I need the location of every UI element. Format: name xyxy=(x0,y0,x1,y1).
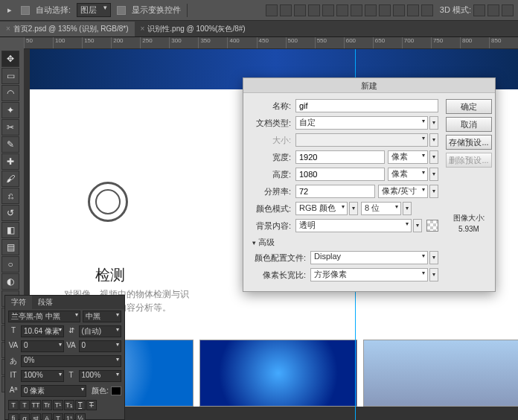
size-caret[interactable]: ▾ xyxy=(429,133,438,147)
caret[interactable]: ▾ xyxy=(429,268,438,281)
vscale-input[interactable]: 100% xyxy=(79,370,122,382)
auto-select-dropdown[interactable]: 图层 xyxy=(77,3,111,17)
align-icon[interactable] xyxy=(351,4,362,16)
caret[interactable]: ▾ xyxy=(403,202,412,215)
opentype-button[interactable]: A xyxy=(42,413,52,420)
advanced-label[interactable]: 高级 xyxy=(252,237,438,248)
crop-tool[interactable]: ✂ xyxy=(1,119,19,136)
ruler-mark: 700 xyxy=(402,37,431,48)
unit-caret[interactable]: ▾ xyxy=(429,150,438,164)
ruler-horizontal[interactable]: 5010015020025030035040045050055060065070… xyxy=(24,37,518,49)
caret[interactable]: ▾ xyxy=(413,219,422,232)
document-tab[interactable]: × 首页2.psd @ 135% (识别, RGB/8*) xyxy=(0,22,135,36)
ok-button[interactable]: 确定 xyxy=(446,99,492,114)
align-icon[interactable] xyxy=(365,4,377,16)
kerning-input[interactable]: 0 xyxy=(21,340,64,352)
align-icon[interactable] xyxy=(308,4,320,16)
gradient-tool[interactable]: ▤ xyxy=(1,239,19,255)
opentype-button[interactable]: T xyxy=(53,413,63,420)
close-icon[interactable]: × xyxy=(6,25,10,33)
width-unit-select[interactable]: 像素 xyxy=(388,150,428,164)
super-button[interactable]: T¹ xyxy=(53,400,63,410)
align-icon[interactable] xyxy=(336,4,348,16)
stamp-tool[interactable]: ⎌ xyxy=(1,188,19,204)
sub-button[interactable]: T₁ xyxy=(64,400,74,410)
doctype-select[interactable]: 自定 xyxy=(295,116,428,130)
colormode-select[interactable]: RGB 颜色 xyxy=(295,202,348,215)
brush-tool[interactable]: 🖌 xyxy=(1,171,19,187)
ruler-mark: 550 xyxy=(315,37,344,48)
align-icons: 3D 模式: xyxy=(266,4,514,16)
mode-3d-icon[interactable] xyxy=(487,4,499,16)
mode-3d-icon[interactable] xyxy=(473,4,485,16)
move-tool[interactable]: ✥ xyxy=(1,51,19,67)
baseline-input[interactable]: 0 像素 xyxy=(21,385,86,397)
height-input[interactable] xyxy=(295,168,385,181)
unit-caret[interactable]: ▾ xyxy=(429,185,438,198)
doctype-caret[interactable]: ▾ xyxy=(429,116,438,130)
opentype-button[interactable]: st xyxy=(31,413,41,420)
mode-3d-icon[interactable] xyxy=(502,4,514,16)
smallcaps-button[interactable]: Tr xyxy=(42,400,52,410)
font-size-input[interactable]: 10.64 像素 xyxy=(21,325,64,337)
profile-select[interactable]: Display xyxy=(310,251,428,264)
marquee-tool[interactable]: ▭ xyxy=(1,68,19,84)
dodge-tool[interactable]: ◐ xyxy=(1,273,19,290)
underline-button[interactable]: T̲ xyxy=(75,400,86,410)
italic-button[interactable]: T xyxy=(19,400,30,410)
align-icon[interactable] xyxy=(294,4,306,16)
leading-input[interactable]: (自动) xyxy=(79,325,122,337)
resolution-input[interactable] xyxy=(295,185,375,198)
bg-select[interactable]: 透明 xyxy=(295,219,412,232)
thumbnail[interactable] xyxy=(199,340,357,407)
color-swatch[interactable] xyxy=(111,386,121,395)
eyedropper-tool[interactable]: ✎ xyxy=(1,136,19,153)
align-icon[interactable] xyxy=(393,4,405,16)
bg-swatch[interactable] xyxy=(426,220,438,232)
show-transform-checkbox[interactable] xyxy=(117,6,126,15)
tracking-input[interactable]: 0 xyxy=(79,340,122,352)
hscale-input[interactable]: 100% xyxy=(21,370,64,382)
heal-tool[interactable]: ✚ xyxy=(1,153,19,170)
ruler-mark: 200 xyxy=(111,37,140,48)
strike-button[interactable]: T̶ xyxy=(86,400,97,410)
lasso-tool[interactable]: ◠ xyxy=(1,85,19,101)
caps-button[interactable]: TT xyxy=(31,400,41,410)
name-input[interactable] xyxy=(295,99,438,112)
font-style-select[interactable]: 中黑 xyxy=(83,311,121,322)
align-icon[interactable] xyxy=(421,4,433,16)
align-icon[interactable] xyxy=(266,4,278,16)
opentype-button[interactable]: fi xyxy=(8,413,19,420)
para-tab[interactable]: 段落 xyxy=(32,296,59,309)
document-tab[interactable]: × 识别性.png @ 100%(灰色/8#) xyxy=(135,22,252,36)
new-document-dialog: 新建 名称: 文档类型: 自定 ▾ 大小: ▾ 宽度: 像素 ▾ xyxy=(243,77,496,292)
scale-input[interactable]: 0% xyxy=(21,355,121,367)
eraser-tool[interactable]: ◧ xyxy=(1,222,19,238)
height-unit-select[interactable]: 像素 xyxy=(388,168,428,181)
caret[interactable]: ▾ xyxy=(349,202,358,215)
font-family-select[interactable]: 兰亭黑-简 中黑 xyxy=(8,311,80,322)
opentype-button[interactable]: ½ xyxy=(75,413,86,420)
unit-caret[interactable]: ▾ xyxy=(429,168,438,181)
resolution-unit-select[interactable]: 像素/英寸 xyxy=(378,185,428,198)
save-preset-button[interactable]: 存储预设... xyxy=(446,135,492,150)
cancel-button[interactable]: 取消 xyxy=(446,117,492,132)
aspect-select[interactable]: 方形像素 xyxy=(310,268,428,281)
caret[interactable]: ▾ xyxy=(429,251,438,264)
thumbnail[interactable] xyxy=(363,340,518,407)
history-brush-tool[interactable]: ↺ xyxy=(1,205,19,221)
bold-button[interactable]: T xyxy=(8,400,19,410)
depth-select[interactable]: 8 位 xyxy=(361,202,401,215)
align-icon[interactable] xyxy=(280,4,292,16)
auto-select-checkbox[interactable] xyxy=(21,6,30,15)
opentype-button[interactable]: σ xyxy=(19,413,30,420)
width-input[interactable] xyxy=(295,150,385,164)
close-icon[interactable]: × xyxy=(141,25,145,33)
align-icon[interactable] xyxy=(379,4,391,16)
opentype-button[interactable]: 1ˢ xyxy=(64,413,74,420)
align-icon[interactable] xyxy=(407,4,419,16)
char-tab[interactable]: 字符 xyxy=(5,296,32,309)
align-icon[interactable] xyxy=(322,4,334,16)
wand-tool[interactable]: ✦ xyxy=(1,102,19,118)
blur-tool[interactable]: ○ xyxy=(1,256,19,273)
